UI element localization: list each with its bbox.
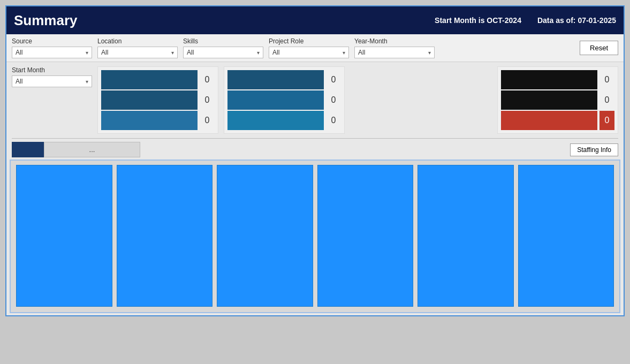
chart-card-2: 0 0 0	[224, 66, 345, 134]
project-role-select[interactable]: All ▾	[269, 47, 349, 58]
project-role-value: All	[272, 49, 279, 56]
source-chevron-icon: ▾	[86, 50, 88, 56]
chart-card-3: 0 0 0	[497, 66, 618, 134]
year-month-label: Year-Month	[354, 37, 435, 45]
chart1-values: 0 0 0	[200, 70, 215, 130]
chart1-value-3: 0	[200, 111, 215, 130]
location-value: All	[101, 49, 108, 56]
header-meta: Start Month is OCT-2024 Data as of: 07-0…	[435, 16, 616, 25]
skills-chevron-icon: ▾	[257, 50, 260, 56]
start-month-value: All	[16, 78, 22, 85]
staffing-info-button[interactable]: Staffing Info	[570, 143, 618, 156]
card-item-6[interactable]	[518, 165, 614, 307]
tab-inactive[interactable]: ...	[44, 142, 140, 157]
tab-section: ... Staffing Info	[6, 139, 624, 157]
year-month-value: All	[358, 49, 365, 56]
chart2-value-3: 0	[326, 111, 341, 130]
card-item-4[interactable]	[317, 165, 414, 307]
source-value: All	[16, 49, 22, 56]
location-select[interactable]: All ▾	[97, 47, 178, 58]
chart1-bar-2	[101, 90, 198, 110]
reset-area: Reset	[580, 41, 618, 55]
chart2-value-1: 0	[326, 70, 341, 89]
chart1-value-1: 0	[200, 70, 215, 89]
main-container: Summary Start Month is OCT-2024 Data as …	[5, 5, 625, 316]
project-role-chevron-icon: ▾	[343, 50, 345, 56]
header-bar: Summary Start Month is OCT-2024 Data as …	[6, 6, 624, 34]
chart2-value-2: 0	[326, 90, 341, 110]
start-month-select[interactable]: All ▾	[12, 75, 92, 87]
chart3-value-2: 0	[599, 90, 614, 110]
chart3-values: 0 0 0	[599, 70, 614, 130]
reset-button[interactable]: Reset	[580, 41, 618, 55]
card-item-1[interactable]	[16, 165, 112, 307]
chart1-value-2: 0	[200, 90, 215, 110]
chart3-value-1: 0	[599, 70, 614, 89]
chart2-bar-1	[227, 70, 324, 89]
tabs-container: ...	[12, 142, 140, 157]
year-month-chevron-icon: ▾	[428, 50, 431, 56]
chart3-bar-3	[501, 111, 597, 130]
location-filter-group: Location All ▾	[97, 37, 178, 58]
card-item-2[interactable]	[117, 165, 213, 307]
cards-grid	[10, 160, 620, 313]
skills-label: Skills	[183, 37, 263, 45]
year-month-select[interactable]: All ▾	[354, 47, 435, 58]
chart3-bar-1	[501, 70, 597, 89]
card-item-5[interactable]	[418, 165, 514, 307]
skills-filter-group: Skills All ▾	[183, 37, 263, 58]
chart-card-1: 0 0 0	[97, 66, 218, 134]
source-filter-group: Source All ▾	[12, 37, 92, 58]
year-month-filter-group: Year-Month All ▾	[354, 37, 435, 58]
data-as-of-info: Data as of: 07-01-2025	[537, 16, 616, 25]
chart3-bars	[501, 70, 597, 130]
chart2-bar-3	[227, 111, 324, 130]
content-area: Start Month All ▾ 0 0 0	[6, 62, 624, 138]
location-chevron-icon: ▾	[171, 50, 174, 56]
start-month-info: Start Month is OCT-2024	[435, 16, 521, 25]
start-month-group: Start Month All ▾	[12, 66, 92, 87]
chart1-bars	[101, 70, 198, 130]
project-role-label: Project Role	[269, 37, 349, 45]
filter-section: Source All ▾ Location All ▾ Skills All ▾…	[6, 34, 624, 62]
skills-select[interactable]: All ▾	[183, 47, 263, 58]
chart3-value-3: 0	[599, 111, 614, 130]
chart2-values: 0 0 0	[326, 70, 341, 130]
start-month-chevron-icon: ▾	[86, 79, 88, 85]
source-select[interactable]: All ▾	[12, 47, 92, 58]
chart1-bar-3	[101, 111, 198, 130]
start-month-label: Start Month	[12, 66, 92, 74]
tab-active[interactable]	[12, 142, 44, 157]
source-label: Source	[12, 37, 92, 45]
location-label: Location	[97, 37, 178, 45]
project-role-filter-group: Project Role All ▾	[269, 37, 349, 58]
chart3-bar-2	[501, 90, 597, 110]
chart1-bar-1	[101, 70, 198, 89]
chart2-bars	[227, 70, 324, 130]
page-title: Summary	[14, 12, 78, 29]
card-item-3[interactable]	[217, 165, 313, 307]
skills-value: All	[187, 49, 194, 56]
chart2-bar-2	[227, 90, 324, 110]
